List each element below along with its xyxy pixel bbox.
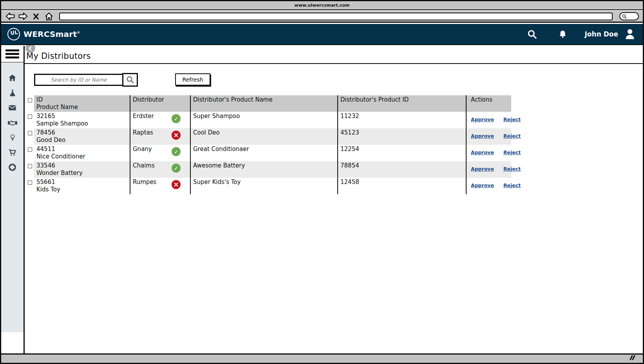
brand-name: WERCSmart® [24,29,80,39]
approve-link[interactable]: Approve [471,182,494,193]
row-checkbox[interactable] [28,164,32,168]
search-icon [126,75,135,84]
ul-logo: UL [7,27,21,41]
handshake-icon [7,118,18,127]
row-checkbox[interactable] [28,115,32,119]
table-row: 55661 Kids Toy Rumpes Super Kids's Toy 1… [28,178,511,194]
reject-link[interactable]: Reject [503,182,521,193]
row-checkbox[interactable] [28,180,32,185]
stop-x-icon [33,13,40,20]
cell-product-name: Nice Conditioner [36,153,127,160]
home-icon [8,73,17,82]
notifications-button[interactable] [558,29,568,39]
sidebar-item-home[interactable] [7,73,18,82]
app-header: UL WERCSmart® John Doe [1,24,643,45]
refresh-button[interactable]: Refresh [175,73,210,86]
title-divider [25,63,643,64]
cell-dist-product-id: 45123 [337,128,466,145]
browser-address-text: www.ulwercsmart.com [295,3,350,8]
reject-link[interactable]: Reject [503,133,521,144]
approve-link[interactable]: Approve [471,116,494,127]
resize-grip-icon [629,355,636,360]
forward-button[interactable] [18,12,28,21]
stop-button[interactable] [31,12,41,21]
mail-icon [8,103,17,112]
lightbulb-icon [9,133,16,142]
cart-icon [8,148,17,157]
search-group [34,74,138,87]
trademark-symbol: ® [77,31,80,35]
cell-dist-product-name: Great Conditionaer [190,145,337,161]
cell-product-name: Kids Toy [36,186,127,193]
sidebar-item-messages[interactable] [7,103,18,112]
search-icon [527,29,537,40]
cell-product-name: Sample Shampoo [36,120,127,127]
bell-icon [558,29,568,39]
cell-dist-product-name: Awesome Battery [190,161,337,178]
cell-product-name: Good Deo [36,136,127,144]
sidebar-nav [1,62,24,332]
menu-toggle-button[interactable] [1,46,24,62]
reject-link[interactable]: Reject [503,166,521,177]
status-badge [172,147,181,156]
page-title: My Distributors [26,51,91,61]
browser-window: www.ulwercsmart.com UL WERCSmart® [0,0,644,364]
user-name[interactable]: John Doe [585,30,618,38]
cell-dist-product-name: Super Shampoo [190,112,337,128]
cell-dist-product-name: Super Kids's Toy [190,178,337,194]
col-header-dist-product-id: Distributor's Product ID [337,95,466,112]
search-input[interactable] [34,74,123,86]
approve-link[interactable]: Approve [471,133,494,144]
approve-link[interactable]: Approve [471,166,494,177]
cell-dist-product-id: 78854 [337,161,466,178]
cell-distributor: Chaims [133,162,155,169]
cell-dist-product-id: 12254 [337,145,466,161]
search-submit-button[interactable] [122,73,138,87]
col-header-distributor: Distributor [130,95,190,112]
reject-link[interactable]: Reject [503,116,521,127]
sidebar-item-ideas[interactable] [7,133,18,142]
browser-toolbar [1,11,643,23]
flask-icon [8,89,17,97]
cell-id: 44511 [36,146,127,153]
status-badge [172,164,181,173]
sidebar-item-lab[interactable] [7,88,18,97]
row-checkbox[interactable] [28,147,32,152]
status-badge [172,114,181,123]
resize-handle[interactable] [629,354,636,362]
home-button[interactable] [44,12,54,21]
back-button[interactable] [5,12,15,21]
cell-id: 32165 [36,113,127,120]
avatar-icon [623,28,637,40]
back-arrow-icon [5,12,15,21]
row-checkbox[interactable] [28,131,32,135]
sidebar-item-help[interactable] [7,163,18,172]
sidebar [1,46,25,353]
col-header-actions: Actions [466,95,511,112]
browser-statusbar [1,353,643,363]
col-header-product-name: Product Name [36,104,127,111]
main-content: My Distributors Refresh ID Product Name … [25,46,643,353]
cell-product-name: Wonder Battery [36,169,127,177]
life-ring-icon [8,163,17,172]
cell-distributor: Rumpes [133,178,156,186]
cell-id: 33546 [36,162,127,169]
cell-dist-product-id: 12458 [337,178,466,194]
cell-id: 78456 [36,129,127,136]
approve-link[interactable]: Approve [471,149,494,160]
browser-search-box[interactable] [619,12,639,20]
reject-link[interactable]: Reject [503,149,521,160]
col-header-id: ID [36,96,127,104]
forward-arrow-icon [18,12,28,21]
header-search-button[interactable] [527,29,537,40]
select-all-checkbox[interactable] [28,98,32,102]
cell-dist-product-id: 11232 [337,112,466,128]
cell-distributor: Erdster [133,113,154,120]
browser-titlebar: www.ulwercsmart.com [1,1,643,10]
browser-address-bar[interactable] [59,13,613,20]
sidebar-item-cart[interactable] [7,148,18,157]
table-row: 78456 Good Deo Raptas Cool Deo 45123 App… [28,128,511,145]
user-avatar[interactable] [623,28,637,40]
table-header-row: ID Product Name Distributor Distributor'… [28,95,511,112]
sidebar-item-partners[interactable] [7,118,18,127]
